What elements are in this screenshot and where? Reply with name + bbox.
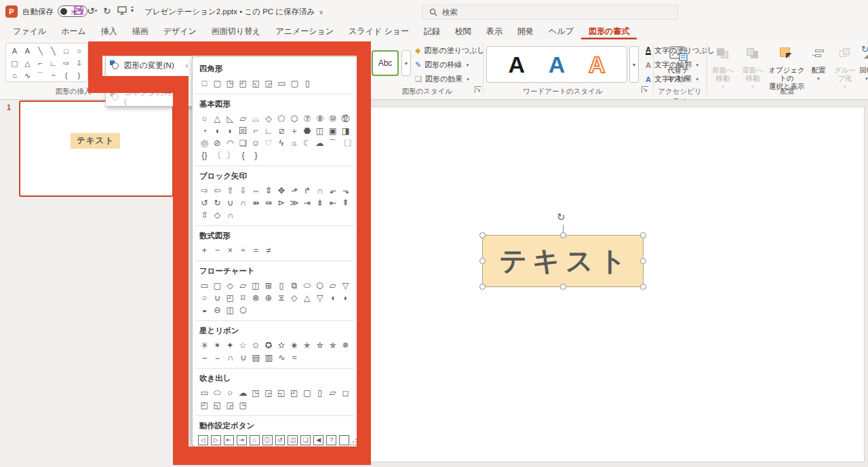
shape-option[interactable]: ✬ bbox=[288, 340, 300, 351]
shape-option[interactable]: ⇤ bbox=[326, 198, 339, 208]
shape-option[interactable]: ⊳ bbox=[275, 198, 288, 208]
shape-option[interactable]: ❏ bbox=[237, 138, 250, 149]
wordart-style-blue[interactable]: A bbox=[549, 48, 566, 81]
shape-option[interactable]: ⇳ bbox=[198, 210, 211, 221]
shape-option[interactable]: ◲ bbox=[262, 388, 275, 398]
selection-handle[interactable] bbox=[640, 284, 646, 290]
shape-option[interactable]: ▯ bbox=[301, 78, 314, 89]
shape-option[interactable]: { bbox=[237, 150, 250, 161]
shape-option[interactable]: + bbox=[198, 245, 211, 256]
shape-styles-dialog-launcher[interactable]: ↘ bbox=[475, 86, 481, 93]
shape-option[interactable]: ◳ bbox=[250, 388, 262, 398]
shape-option[interactable]: ∪ bbox=[224, 198, 237, 208]
shape-option[interactable]: ⌐ bbox=[250, 126, 262, 136]
shape-option[interactable]: ? bbox=[326, 435, 336, 445]
shape-option[interactable]: ▭ bbox=[198, 388, 211, 398]
shape-option[interactable]: ▥ bbox=[262, 352, 275, 363]
shape-option[interactable]: ◳ bbox=[237, 400, 250, 411]
tab-8[interactable]: 記録 bbox=[416, 23, 448, 39]
shape-option[interactable]: ◳ bbox=[224, 78, 237, 89]
shape-option[interactable]: 〔〕 bbox=[339, 138, 352, 149]
shape-option[interactable]: ✳ bbox=[198, 340, 211, 351]
slideshow-icon[interactable] bbox=[117, 5, 127, 18]
shape-option[interactable]: ⊕ bbox=[262, 293, 275, 303]
shape-option[interactable]: = bbox=[250, 245, 262, 256]
shape-option[interactable]: ▢ bbox=[300, 388, 313, 398]
tab-9[interactable]: 校閲 bbox=[448, 23, 479, 39]
align-button[interactable]: ← 配置▼ bbox=[807, 43, 830, 83]
shape-option[interactable]: ◻ bbox=[339, 388, 352, 398]
shape-option[interactable]: ◲ bbox=[224, 400, 237, 411]
shape-option[interactable]: ⇦ bbox=[211, 185, 224, 196]
shape-option[interactable]: □ bbox=[198, 78, 211, 89]
shape-outline-button[interactable]: ✎図形の枠線▼ bbox=[415, 58, 492, 72]
shape-option[interactable]: ✩ bbox=[250, 340, 262, 351]
shape-option[interactable] bbox=[339, 435, 349, 445]
shape-option[interactable]: ▤ bbox=[250, 352, 262, 363]
shape-option[interactable]: ≈ bbox=[288, 352, 301, 363]
shape-option[interactable]: ∩ bbox=[224, 352, 237, 363]
shape-styles-more-button[interactable]: ▼ bbox=[401, 50, 411, 76]
gallery-shape-icon[interactable]: □ bbox=[60, 45, 73, 57]
tab-2[interactable]: 挿入 bbox=[94, 23, 125, 39]
shape-option[interactable]: ▯ bbox=[313, 388, 326, 398]
shape-option[interactable]: ⧖ bbox=[275, 293, 288, 303]
shape-option[interactable]: ♡ bbox=[262, 138, 275, 149]
gallery-shape-icon[interactable]: ∿ bbox=[21, 69, 34, 81]
shape-option[interactable]: ⌂ bbox=[250, 435, 260, 445]
shape-option[interactable]: ÷ bbox=[237, 245, 250, 256]
shape-option[interactable]: ▱ bbox=[237, 280, 250, 291]
shape-option[interactable]: ✵ bbox=[339, 340, 352, 351]
shape-option[interactable]: ◰ bbox=[288, 388, 300, 398]
shape-option[interactable]: ✮ bbox=[313, 340, 326, 351]
shape-option[interactable]: ↻ bbox=[211, 198, 224, 208]
shape-option[interactable]: ⬡ bbox=[313, 280, 326, 291]
undo-caret-icon[interactable]: ▾ bbox=[95, 8, 98, 13]
selection-handle[interactable] bbox=[640, 258, 646, 264]
slide-thumbnail[interactable]: テキスト bbox=[19, 100, 174, 197]
shape-option[interactable]: ◫ bbox=[250, 280, 262, 291]
search-input[interactable]: 検索 bbox=[422, 5, 678, 20]
shape-option[interactable]: ⑧ bbox=[313, 113, 326, 124]
shape-option[interactable]: ⌢ bbox=[198, 352, 211, 363]
shape-option[interactable]: ○ bbox=[224, 388, 237, 398]
gallery-shape-icon[interactable]: ╲ bbox=[34, 45, 47, 57]
shape-option[interactable]: ⌑ bbox=[237, 293, 250, 303]
shape-option[interactable]: × bbox=[224, 245, 237, 256]
shape-option[interactable]: ◇ bbox=[224, 280, 237, 291]
shape-option[interactable]: ↺ bbox=[198, 198, 211, 208]
shape-option[interactable]: ∿ bbox=[275, 352, 288, 363]
undo-icon[interactable]: ↺▾ bbox=[87, 5, 97, 16]
gallery-shape-icon[interactable]: { bbox=[60, 69, 73, 81]
shape-option[interactable]: ◠ bbox=[224, 138, 237, 149]
shape-text[interactable]: テキスト bbox=[483, 236, 643, 286]
shape-option[interactable]: ◇ bbox=[262, 113, 275, 124]
shape-option[interactable]: ✥ bbox=[275, 185, 288, 196]
save-icon[interactable] bbox=[73, 5, 84, 18]
rotate-button[interactable]: ↻◢ 回転▼ bbox=[856, 43, 868, 83]
shape-option[interactable]: ◗ bbox=[224, 126, 237, 136]
wordart-dialog-launcher[interactable]: ↘ bbox=[642, 86, 648, 93]
gallery-shape-icon[interactable]: ⌒ bbox=[34, 69, 47, 81]
shape-option[interactable]: ❏ bbox=[300, 435, 311, 445]
shape-option[interactable]: ◱ bbox=[275, 388, 288, 398]
gallery-shape-icon[interactable]: ⌐ bbox=[34, 57, 47, 69]
shape-option[interactable]: ⇛ bbox=[262, 198, 275, 208]
wordart-gallery[interactable]: A A A bbox=[486, 46, 627, 83]
gallery-shape-icon[interactable]: } bbox=[73, 69, 85, 81]
shape-option[interactable]: ▭ bbox=[275, 78, 288, 89]
shape-option[interactable]: ⬭ bbox=[211, 388, 224, 398]
shape-option[interactable]: ◇ bbox=[288, 293, 300, 303]
shape-option[interactable]: ◗ bbox=[339, 293, 352, 303]
tab-12[interactable]: ヘルプ bbox=[541, 23, 581, 39]
tab-0[interactable]: ファイル bbox=[5, 23, 54, 39]
customize-qat-icon[interactable]: ▾ bbox=[131, 7, 134, 14]
shape-option[interactable]: ⇩ bbox=[237, 185, 250, 196]
shape-option[interactable]: ▱ bbox=[326, 388, 339, 398]
gallery-shape-icon[interactable]: ⇨ bbox=[60, 57, 73, 69]
selection-handle[interactable] bbox=[479, 232, 486, 238]
shape-fill-button[interactable]: ◆図形の塗りつぶし▼ bbox=[415, 43, 492, 58]
gallery-shape-icon[interactable]: ⇩ bbox=[73, 57, 85, 69]
shape-option[interactable]: ⬣ bbox=[300, 126, 313, 136]
menu-item-change-shape[interactable]: 図形の変更(N) › bbox=[106, 58, 192, 73]
